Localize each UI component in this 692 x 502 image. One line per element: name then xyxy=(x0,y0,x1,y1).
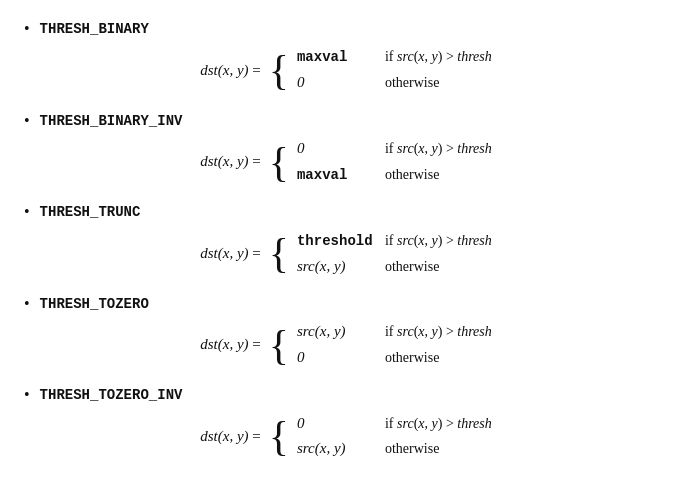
case-row-thresh_tozero-0: src(x, y)if src(x, y) > thresh xyxy=(297,319,492,345)
bullet-icon: • xyxy=(24,201,30,223)
case-row-thresh_trunc-1: src(x, y)otherwise xyxy=(297,254,492,280)
formula-thresh_tozero: dst(x, y) = {src(x, y)if src(x, y) > thr… xyxy=(24,319,668,370)
formula-thresh_binary: dst(x, y) = {maxvalif src(x, y) > thresh… xyxy=(24,44,668,95)
case-condition-thresh_binary-0: if src(x, y) > thresh xyxy=(385,44,492,70)
formula-lhs-thresh_binary: dst(x, y) = xyxy=(200,62,261,79)
formula-thresh_trunc: dst(x, y) = {thresholdif src(x, y) > thr… xyxy=(24,228,668,279)
section-thresh_tozero_inv: • THRESH_TOZERO_INV dst(x, y) = {0if src… xyxy=(24,384,668,461)
section-label-thresh_binary: THRESH_BINARY xyxy=(40,18,149,40)
section-thresh_binary_inv: • THRESH_BINARY_INV dst(x, y) = {0if src… xyxy=(24,110,668,188)
case-condition-thresh_tozero-0: if src(x, y) > thresh xyxy=(385,319,492,345)
case-row-thresh_tozero-1: 0otherwise xyxy=(297,345,492,371)
formula-lhs-thresh_trunc: dst(x, y) = xyxy=(200,245,261,262)
section-label-thresh_trunc: THRESH_TRUNC xyxy=(40,201,141,223)
section-thresh_tozero: • THRESH_TOZERO dst(x, y) = {src(x, y)if… xyxy=(24,293,668,370)
case-row-thresh_binary_inv-0: 0if src(x, y) > thresh xyxy=(297,136,492,162)
brace-icon: { xyxy=(269,324,289,366)
case-value-thresh_tozero-1: 0 xyxy=(297,345,377,371)
section-thresh_trunc: • THRESH_TRUNC dst(x, y) = {thresholdif … xyxy=(24,201,668,279)
case-condition-thresh_trunc-1: otherwise xyxy=(385,254,439,280)
bullet-icon: • xyxy=(24,18,30,40)
bullet-icon: • xyxy=(24,110,30,132)
section-header-thresh_tozero_inv: • THRESH_TOZERO_INV xyxy=(24,384,668,406)
section-header-thresh_tozero: • THRESH_TOZERO xyxy=(24,293,668,315)
case-value-thresh_tozero_inv-0: 0 xyxy=(297,411,377,437)
case-value-thresh_binary-0: maxval xyxy=(297,44,377,70)
case-condition-thresh_trunc-0: if src(x, y) > thresh xyxy=(385,228,492,254)
section-header-thresh_trunc: • THRESH_TRUNC xyxy=(24,201,668,223)
bullet-icon: • xyxy=(24,384,30,406)
formula-thresh_binary_inv: dst(x, y) = {0if src(x, y) > threshmaxva… xyxy=(24,136,668,187)
cases-thresh_tozero_inv: 0if src(x, y) > threshsrc(x, y)otherwise xyxy=(297,411,492,462)
case-condition-thresh_tozero-1: otherwise xyxy=(385,345,439,371)
formula-lhs-thresh_tozero_inv: dst(x, y) = xyxy=(200,428,261,445)
case-row-thresh_binary-1: 0otherwise xyxy=(297,70,492,96)
case-value-thresh_tozero-0: src(x, y) xyxy=(297,319,377,345)
case-value-thresh_tozero_inv-1: src(x, y) xyxy=(297,436,377,462)
case-condition-thresh_binary_inv-1: otherwise xyxy=(385,162,439,188)
case-row-thresh_binary_inv-1: maxvalotherwise xyxy=(297,162,492,188)
brace-icon: { xyxy=(269,49,289,91)
cases-thresh_binary: maxvalif src(x, y) > thresh0otherwise xyxy=(297,44,492,95)
case-row-thresh_tozero_inv-0: 0if src(x, y) > thresh xyxy=(297,411,492,437)
section-thresh_binary: • THRESH_BINARY dst(x, y) = {maxvalif sr… xyxy=(24,18,668,96)
section-label-thresh_binary_inv: THRESH_BINARY_INV xyxy=(40,110,183,132)
section-header-thresh_binary: • THRESH_BINARY xyxy=(24,18,668,40)
case-value-thresh_binary-1: 0 xyxy=(297,70,377,96)
case-condition-thresh_binary_inv-0: if src(x, y) > thresh xyxy=(385,136,492,162)
cases-thresh_binary_inv: 0if src(x, y) > threshmaxvalotherwise xyxy=(297,136,492,187)
cases-thresh_tozero: src(x, y)if src(x, y) > thresh0otherwise xyxy=(297,319,492,370)
case-value-thresh_binary_inv-1: maxval xyxy=(297,162,377,188)
section-header-thresh_binary_inv: • THRESH_BINARY_INV xyxy=(24,110,668,132)
case-row-thresh_tozero_inv-1: src(x, y)otherwise xyxy=(297,436,492,462)
cases-thresh_trunc: thresholdif src(x, y) > threshsrc(x, y)o… xyxy=(297,228,492,279)
brace-icon: { xyxy=(269,141,289,183)
case-row-thresh_binary-0: maxvalif src(x, y) > thresh xyxy=(297,44,492,70)
brace-icon: { xyxy=(269,232,289,274)
case-value-thresh_binary_inv-0: 0 xyxy=(297,136,377,162)
case-row-thresh_trunc-0: thresholdif src(x, y) > thresh xyxy=(297,228,492,254)
formula-lhs-thresh_tozero: dst(x, y) = xyxy=(200,336,261,353)
formula-thresh_tozero_inv: dst(x, y) = {0if src(x, y) > threshsrc(x… xyxy=(24,411,668,462)
case-value-thresh_trunc-1: src(x, y) xyxy=(297,254,377,280)
case-value-thresh_trunc-0: threshold xyxy=(297,228,377,254)
formula-lhs-thresh_binary_inv: dst(x, y) = xyxy=(200,153,261,170)
section-label-thresh_tozero: THRESH_TOZERO xyxy=(40,293,149,315)
case-condition-thresh_tozero_inv-0: if src(x, y) > thresh xyxy=(385,411,492,437)
case-condition-thresh_tozero_inv-1: otherwise xyxy=(385,436,439,462)
brace-icon: { xyxy=(269,415,289,457)
bullet-icon: • xyxy=(24,293,30,315)
section-label-thresh_tozero_inv: THRESH_TOZERO_INV xyxy=(40,384,183,406)
case-condition-thresh_binary-1: otherwise xyxy=(385,70,439,96)
